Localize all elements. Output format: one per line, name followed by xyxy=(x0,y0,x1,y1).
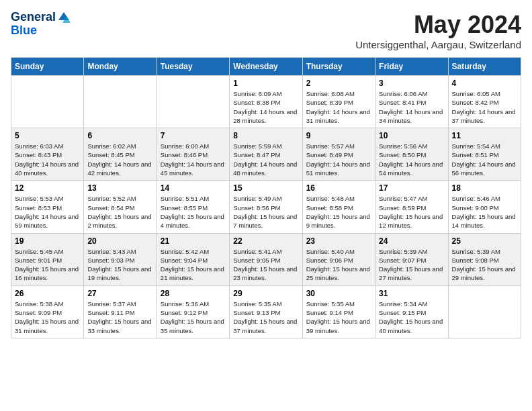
calendar-cell: 29Sunrise: 5:35 AM Sunset: 9:13 PM Dayli… xyxy=(230,285,302,338)
day-number: 5 xyxy=(15,131,80,140)
day-info: Sunrise: 5:51 AM Sunset: 8:55 PM Dayligh… xyxy=(161,194,226,230)
calendar-cell: 26Sunrise: 5:38 AM Sunset: 9:09 PM Dayli… xyxy=(11,285,84,338)
day-info: Sunrise: 5:57 AM Sunset: 8:49 PM Dayligh… xyxy=(306,142,371,177)
day-number: 13 xyxy=(87,183,152,193)
calendar-cell: 8Sunrise: 5:59 AM Sunset: 8:47 PM Daylig… xyxy=(230,128,302,181)
calendar-cell: 11Sunrise: 5:54 AM Sunset: 8:51 PM Dayli… xyxy=(448,128,521,181)
calendar-cell: 14Sunrise: 5:51 AM Sunset: 8:55 PM Dayli… xyxy=(157,181,229,233)
day-number: 8 xyxy=(233,131,298,140)
calendar-header-row: SundayMondayTuesdayWednesdayThursdayFrid… xyxy=(11,58,521,76)
day-info: Sunrise: 5:42 AM Sunset: 9:04 PM Dayligh… xyxy=(161,247,226,283)
logo-general: General xyxy=(11,11,56,24)
day-number: 19 xyxy=(15,236,80,246)
day-info: Sunrise: 5:41 AM Sunset: 9:05 PM Dayligh… xyxy=(233,247,298,283)
day-info: Sunrise: 5:54 AM Sunset: 8:51 PM Dayligh… xyxy=(452,142,517,177)
calendar-cell: 30Sunrise: 5:35 AM Sunset: 9:14 PM Dayli… xyxy=(302,285,375,338)
day-info: Sunrise: 5:53 AM Sunset: 8:53 PM Dayligh… xyxy=(15,194,80,230)
day-number: 2 xyxy=(306,79,371,88)
day-number: 3 xyxy=(379,79,444,88)
calendar-cell: 21Sunrise: 5:42 AM Sunset: 9:04 PM Dayli… xyxy=(157,233,229,285)
day-number: 27 xyxy=(87,289,152,298)
day-number: 1 xyxy=(233,79,298,88)
day-info: Sunrise: 6:05 AM Sunset: 8:42 PM Dayligh… xyxy=(452,89,517,125)
day-number: 10 xyxy=(379,131,444,140)
calendar-cell: 5Sunrise: 6:03 AM Sunset: 8:43 PM Daylig… xyxy=(11,128,84,181)
day-number: 26 xyxy=(15,289,80,298)
calendar-cell: 12Sunrise: 5:53 AM Sunset: 8:53 PM Dayli… xyxy=(11,181,84,233)
calendar-cell: 17Sunrise: 5:47 AM Sunset: 8:59 PM Dayli… xyxy=(375,181,448,233)
calendar-table: SundayMondayTuesdayWednesdayThursdayFrid… xyxy=(11,57,521,338)
day-info: Sunrise: 5:34 AM Sunset: 9:15 PM Dayligh… xyxy=(379,300,444,335)
day-info: Sunrise: 5:36 AM Sunset: 9:12 PM Dayligh… xyxy=(161,300,226,335)
day-number: 21 xyxy=(161,236,226,246)
day-number: 14 xyxy=(161,183,226,193)
calendar-cell: 20Sunrise: 5:43 AM Sunset: 9:03 PM Dayli… xyxy=(84,233,157,285)
calendar-cell xyxy=(84,76,157,128)
weekday-header: Tuesday xyxy=(157,58,229,76)
day-info: Sunrise: 5:43 AM Sunset: 9:03 PM Dayligh… xyxy=(87,247,152,283)
calendar-cell: 18Sunrise: 5:46 AM Sunset: 9:00 PM Dayli… xyxy=(448,181,521,233)
day-number: 18 xyxy=(452,183,517,193)
day-info: Sunrise: 5:59 AM Sunset: 8:47 PM Dayligh… xyxy=(233,142,298,177)
weekday-header: Wednesday xyxy=(230,58,302,76)
calendar-cell: 27Sunrise: 5:37 AM Sunset: 9:11 PM Dayli… xyxy=(84,285,157,338)
day-number: 20 xyxy=(87,236,152,246)
calendar-week-row: 26Sunrise: 5:38 AM Sunset: 9:09 PM Dayli… xyxy=(11,285,521,338)
calendar-cell: 19Sunrise: 5:45 AM Sunset: 9:01 PM Dayli… xyxy=(11,233,84,285)
day-info: Sunrise: 6:08 AM Sunset: 8:39 PM Dayligh… xyxy=(306,89,371,125)
weekday-header: Saturday xyxy=(448,58,521,76)
day-info: Sunrise: 5:37 AM Sunset: 9:11 PM Dayligh… xyxy=(87,300,152,335)
day-info: Sunrise: 5:47 AM Sunset: 8:59 PM Dayligh… xyxy=(379,194,444,230)
day-info: Sunrise: 6:02 AM Sunset: 8:45 PM Dayligh… xyxy=(87,142,152,177)
day-number: 28 xyxy=(161,289,226,298)
calendar-cell: 2Sunrise: 6:08 AM Sunset: 8:39 PM Daylig… xyxy=(302,76,375,128)
calendar-cell xyxy=(157,76,229,128)
day-info: Sunrise: 5:38 AM Sunset: 9:09 PM Dayligh… xyxy=(15,300,80,335)
weekday-header: Monday xyxy=(84,58,157,76)
day-number: 9 xyxy=(306,131,371,140)
calendar-cell: 31Sunrise: 5:34 AM Sunset: 9:15 PM Dayli… xyxy=(375,285,448,338)
calendar-cell: 24Sunrise: 5:39 AM Sunset: 9:07 PM Dayli… xyxy=(375,233,448,285)
calendar-cell: 3Sunrise: 6:06 AM Sunset: 8:41 PM Daylig… xyxy=(375,76,448,128)
logo-icon xyxy=(57,11,71,24)
day-info: Sunrise: 6:09 AM Sunset: 8:38 PM Dayligh… xyxy=(233,89,298,125)
calendar-cell: 23Sunrise: 5:40 AM Sunset: 9:06 PM Dayli… xyxy=(302,233,375,285)
day-info: Sunrise: 5:40 AM Sunset: 9:06 PM Dayligh… xyxy=(306,247,371,283)
logo-blue: Blue xyxy=(11,24,71,38)
logo: General Blue xyxy=(11,11,71,38)
subtitle: Untersiggenthal, Aargau, Switzerland xyxy=(355,39,521,50)
day-info: Sunrise: 5:46 AM Sunset: 9:00 PM Dayligh… xyxy=(452,194,517,230)
day-number: 22 xyxy=(233,236,298,246)
day-number: 11 xyxy=(452,131,517,140)
day-number: 7 xyxy=(161,131,226,140)
day-info: Sunrise: 5:56 AM Sunset: 8:50 PM Dayligh… xyxy=(379,142,444,177)
day-info: Sunrise: 5:39 AM Sunset: 9:08 PM Dayligh… xyxy=(452,247,517,283)
weekday-header: Thursday xyxy=(302,58,375,76)
day-info: Sunrise: 5:48 AM Sunset: 8:58 PM Dayligh… xyxy=(306,194,371,230)
day-info: Sunrise: 5:45 AM Sunset: 9:01 PM Dayligh… xyxy=(15,247,80,283)
calendar-cell xyxy=(448,285,521,338)
calendar-cell: 22Sunrise: 5:41 AM Sunset: 9:05 PM Dayli… xyxy=(230,233,302,285)
day-info: Sunrise: 5:49 AM Sunset: 8:56 PM Dayligh… xyxy=(233,194,298,230)
day-number: 6 xyxy=(87,131,152,140)
day-info: Sunrise: 5:52 AM Sunset: 8:54 PM Dayligh… xyxy=(87,194,152,230)
weekday-header: Sunday xyxy=(11,58,84,76)
day-number: 29 xyxy=(233,289,298,298)
day-number: 4 xyxy=(452,79,517,88)
day-number: 30 xyxy=(306,289,371,298)
calendar-cell: 9Sunrise: 5:57 AM Sunset: 8:49 PM Daylig… xyxy=(302,128,375,181)
title-area: May 2024 Untersiggenthal, Aargau, Switze… xyxy=(355,11,521,50)
calendar-cell: 28Sunrise: 5:36 AM Sunset: 9:12 PM Dayli… xyxy=(157,285,229,338)
day-number: 25 xyxy=(452,236,517,246)
day-number: 17 xyxy=(379,183,444,193)
calendar-week-row: 19Sunrise: 5:45 AM Sunset: 9:01 PM Dayli… xyxy=(11,233,521,285)
day-number: 31 xyxy=(379,289,444,298)
day-number: 24 xyxy=(379,236,444,246)
main-title: May 2024 xyxy=(355,11,521,39)
day-number: 12 xyxy=(15,183,80,193)
day-number: 23 xyxy=(306,236,371,246)
calendar-cell: 7Sunrise: 6:00 AM Sunset: 8:46 PM Daylig… xyxy=(157,128,229,181)
calendar-cell: 25Sunrise: 5:39 AM Sunset: 9:08 PM Dayli… xyxy=(448,233,521,285)
header: General Blue May 2024 Untersiggenthal, A… xyxy=(11,11,521,50)
calendar-week-row: 5Sunrise: 6:03 AM Sunset: 8:43 PM Daylig… xyxy=(11,128,521,181)
